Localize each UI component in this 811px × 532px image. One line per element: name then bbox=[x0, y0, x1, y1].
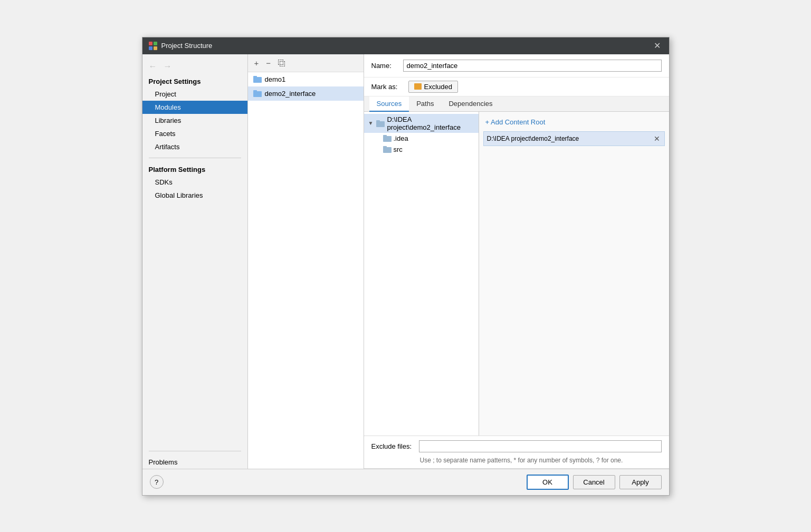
app-icon bbox=[149, 42, 157, 50]
add-module-button[interactable]: + bbox=[252, 57, 261, 69]
sidebar-item-project[interactable]: Project bbox=[142, 88, 247, 101]
svg-rect-3 bbox=[154, 46, 157, 50]
content-split: ▼ D:\IDEA project\demo2_interface bbox=[364, 112, 669, 436]
right-panel: + Add Content Root D:\IDEA project\demo2… bbox=[479, 112, 669, 436]
tab-paths[interactable]: Paths bbox=[409, 96, 441, 112]
sidebar-item-sdks[interactable]: SDKs bbox=[142, 176, 247, 189]
tab-dependencies[interactable]: Dependencies bbox=[441, 96, 500, 112]
svg-rect-12 bbox=[383, 147, 392, 153]
svg-rect-6 bbox=[253, 91, 262, 97]
exclude-row: Exclude files: bbox=[364, 436, 669, 457]
svg-rect-8 bbox=[376, 121, 385, 127]
svg-rect-11 bbox=[383, 135, 387, 137]
exclude-label: Exclude files: bbox=[371, 442, 414, 450]
module-list-panel: + − ⿻ demo1 bbox=[248, 54, 364, 469]
svg-rect-9 bbox=[376, 120, 380, 122]
idea-folder-icon bbox=[383, 134, 392, 142]
sidebar-divider bbox=[149, 158, 241, 158]
module-list: demo1 demo2_interface bbox=[248, 72, 364, 469]
content-root-item: D:\IDEA project\demo2_interface ✕ bbox=[483, 131, 665, 146]
sidebar-bottom-divider bbox=[149, 451, 241, 451]
excluded-folder-icon bbox=[414, 83, 422, 90]
dialog-title: Project Structure bbox=[161, 42, 213, 50]
sidebar-item-global-libraries[interactable]: Global Libraries bbox=[142, 189, 247, 202]
svg-rect-7 bbox=[253, 90, 257, 92]
root-folder-icon bbox=[376, 120, 385, 127]
add-content-root-button[interactable]: + Add Content Root bbox=[483, 116, 665, 128]
svg-rect-13 bbox=[383, 146, 387, 148]
dialog-body: ← → Project Settings Project Modules Lib… bbox=[142, 54, 669, 469]
module-item-demo2-interface[interactable]: demo2_interface bbox=[248, 86, 364, 101]
exclude-input[interactable] bbox=[419, 440, 662, 452]
title-bar: Project Structure ✕ bbox=[142, 37, 669, 54]
sidebar-item-facets[interactable]: Facets bbox=[142, 127, 247, 140]
copy-module-button[interactable]: ⿻ bbox=[276, 57, 288, 69]
expand-icon: ▼ bbox=[368, 120, 374, 126]
title-bar-left: Project Structure bbox=[149, 42, 213, 50]
folder-icon bbox=[253, 75, 262, 83]
tree-panel: ▼ D:\IDEA project\demo2_interface bbox=[364, 112, 479, 436]
apply-button[interactable]: Apply bbox=[619, 475, 662, 489]
name-label: Name: bbox=[371, 62, 398, 70]
src-folder-icon bbox=[383, 146, 392, 153]
module-toolbar: + − ⿻ bbox=[248, 54, 364, 72]
svg-rect-4 bbox=[253, 77, 262, 83]
exclude-hint: Use ; to separate name patterns, * for a… bbox=[364, 457, 669, 469]
tab-sources[interactable]: Sources bbox=[369, 96, 409, 112]
tree-item-src[interactable]: src bbox=[364, 144, 479, 155]
help-button[interactable]: ? bbox=[150, 475, 164, 489]
svg-rect-1 bbox=[154, 42, 157, 45]
svg-rect-10 bbox=[383, 136, 392, 142]
platform-settings-label: Platform Settings bbox=[142, 162, 247, 176]
module-item-demo1[interactable]: demo1 bbox=[248, 72, 364, 86]
sidebar-item-libraries[interactable]: Libraries bbox=[142, 114, 247, 127]
name-input[interactable] bbox=[403, 60, 662, 72]
sidebar-item-modules[interactable]: Modules bbox=[142, 101, 247, 114]
folder-icon-2 bbox=[253, 90, 262, 97]
tree-root-item[interactable]: ▼ D:\IDEA project\demo2_interface bbox=[364, 114, 479, 133]
project-structure-dialog: Project Structure ✕ ← → Project Settings… bbox=[142, 37, 670, 496]
project-settings-label: Project Settings bbox=[142, 74, 247, 88]
svg-rect-2 bbox=[149, 46, 152, 50]
content-root-path: D:\IDEA project\demo2_interface bbox=[487, 135, 579, 142]
dialog-footer: ? OK Cancel Apply bbox=[142, 469, 669, 495]
close-button[interactable]: ✕ bbox=[652, 42, 663, 50]
excluded-button[interactable]: Excluded bbox=[408, 81, 458, 93]
tabs-row: Sources Paths Dependencies bbox=[364, 96, 669, 112]
name-row: Name: bbox=[364, 54, 669, 78]
cancel-button[interactable]: Cancel bbox=[573, 475, 615, 489]
nav-row: ← → bbox=[142, 59, 247, 74]
sidebar-item-problems[interactable]: Problems bbox=[142, 456, 247, 469]
svg-rect-0 bbox=[149, 42, 152, 45]
forward-button[interactable]: → bbox=[161, 61, 174, 72]
tree-item-idea[interactable]: .idea bbox=[364, 133, 479, 144]
remove-module-button[interactable]: − bbox=[264, 57, 273, 69]
ok-button[interactable]: OK bbox=[527, 475, 569, 490]
sidebar-item-artifacts[interactable]: Artifacts bbox=[142, 140, 247, 153]
svg-rect-5 bbox=[253, 76, 257, 78]
sidebar: ← → Project Settings Project Modules Lib… bbox=[142, 54, 248, 469]
main-content: Name: Mark as: Excluded Sources Paths bbox=[364, 54, 669, 469]
mark-as-row: Mark as: Excluded bbox=[364, 78, 669, 96]
content-root-remove-button[interactable]: ✕ bbox=[653, 134, 661, 143]
back-button[interactable]: ← bbox=[147, 61, 159, 72]
mark-as-label: Mark as: bbox=[371, 83, 403, 91]
